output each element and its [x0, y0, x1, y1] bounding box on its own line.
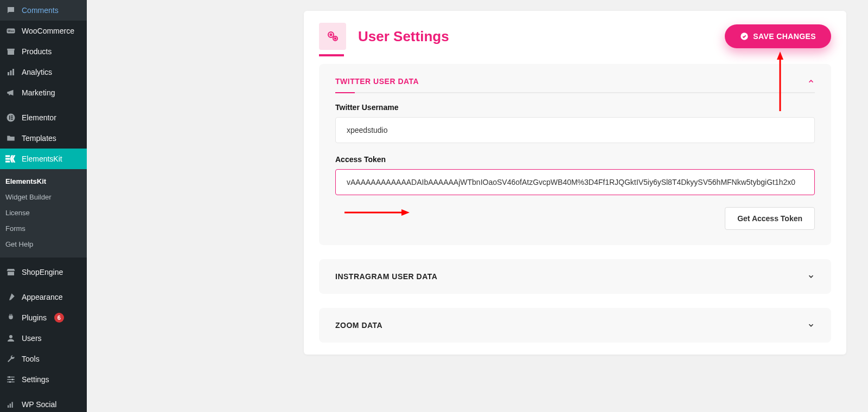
svg-point-30 — [330, 34, 332, 36]
admin-sidebar: CommentsWooWooCommerceProductsAnalyticsM… — [0, 0, 87, 412]
chevron-down-icon — [807, 78, 815, 85]
sidebar-item-elementor[interactable]: Elementor — [0, 107, 87, 128]
svg-point-20 — [12, 379, 14, 381]
update-count-badge: 6 — [54, 313, 64, 323]
svg-rect-5 — [10, 70, 12, 75]
zoom-section-header[interactable]: ZOOM DATA — [319, 308, 831, 343]
sidebar-item-label: ElementsKit — [22, 154, 62, 164]
sidebar-subitem-license[interactable]: License — [0, 205, 87, 221]
twitter-section-title: TWITTER USER DATA — [335, 77, 419, 86]
sidebar-item-label: Analytics — [22, 68, 52, 77]
sidebar-item-settings[interactable]: Settings — [0, 369, 87, 390]
svg-rect-22 — [8, 405, 9, 408]
sidebar-item-label: Users — [22, 334, 42, 343]
access-token-group: Access Token — [335, 155, 815, 195]
svg-rect-8 — [9, 115, 10, 120]
sidebar-subitem-widget-builder[interactable]: Widget Builder — [0, 189, 87, 205]
sidebar-item-marketing[interactable]: Marketing — [0, 82, 87, 103]
svg-rect-16 — [7, 377, 15, 378]
sidebar-item-label: ShopEngine — [22, 268, 63, 277]
access-token-label: Access Token — [335, 155, 815, 164]
zoom-data-section: ZOOM DATA — [319, 308, 831, 343]
get-access-token-button[interactable]: Get Access Token — [725, 207, 815, 230]
sidebar-item-products[interactable]: Products — [0, 41, 87, 62]
zoom-section-title: ZOOM DATA — [335, 321, 382, 330]
sidebar-item-appearance[interactable]: Appearance — [0, 287, 87, 307]
sidebar-item-comments[interactable]: Comments — [0, 0, 87, 21]
sidebar-item-users[interactable]: Users — [0, 328, 87, 349]
svg-point-32 — [335, 38, 336, 39]
svg-point-29 — [328, 32, 334, 37]
sidebar-item-label: WP Social — [22, 400, 56, 409]
woo-icon: Woo — [5, 25, 16, 36]
sliders-icon — [5, 374, 16, 385]
ek-icon — [5, 153, 16, 164]
sidebar-subitem-get-help[interactable]: Get Help — [0, 236, 87, 252]
svg-rect-13 — [5, 158, 10, 159]
plug-icon — [5, 312, 16, 323]
settings-header: User Settings SAVE CHANGES — [319, 23, 831, 50]
save-changes-label: SAVE CHANGES — [753, 32, 816, 41]
chevron-down-icon — [807, 321, 815, 329]
twitter-username-input[interactable] — [335, 117, 815, 143]
twitter-section-header[interactable]: TWITTER USER DATA — [319, 64, 831, 92]
sidebar-item-label: Plugins — [22, 313, 47, 323]
svg-point-19 — [9, 376, 10, 378]
sidebar-item-wpsocial[interactable]: WP Social — [0, 394, 87, 412]
instagram-section-header[interactable]: INSTRAGRAM USER DATA — [319, 259, 831, 294]
svg-rect-23 — [10, 404, 11, 408]
twitter-username-label: Twitter Username — [335, 103, 815, 112]
svg-rect-4 — [8, 72, 9, 75]
sidebar-item-label: WooCommerce — [22, 27, 74, 36]
sidebar-item-tools[interactable]: Tools — [0, 349, 87, 369]
bars-icon — [5, 399, 16, 410]
svg-rect-2 — [7, 49, 15, 50]
sidebar-item-plugins[interactable]: Plugins6 — [0, 307, 87, 328]
svg-rect-3 — [8, 50, 14, 55]
sidebar-item-elementskit[interactable]: ElementsKit — [0, 149, 87, 169]
svg-rect-14 — [5, 160, 10, 162]
section-divider — [335, 92, 815, 93]
sidebar-item-label: Templates — [22, 134, 56, 143]
archive-icon — [5, 46, 16, 57]
comment-icon — [5, 5, 16, 16]
sidebar-item-label: Products — [22, 47, 52, 56]
chevron-down-icon — [807, 273, 815, 280]
svg-rect-6 — [12, 69, 14, 75]
sidebar-subitem-elementskit[interactable]: ElementsKit — [0, 173, 87, 189]
content-area: User Settings SAVE CHANGES TWITTER USER … — [87, 0, 868, 412]
check-circle-icon — [740, 32, 749, 41]
svg-point-31 — [333, 36, 337, 41]
megaphone-icon — [5, 87, 16, 98]
instagram-section-title: INSTRAGRAM USER DATA — [335, 272, 437, 281]
save-changes-button[interactable]: SAVE CHANGES — [725, 24, 831, 48]
twitter-username-group: Twitter Username — [335, 103, 815, 143]
svg-rect-17 — [7, 379, 15, 380]
sidebar-item-label: Elementor — [22, 113, 56, 123]
sidebar-item-label: Comments — [22, 6, 59, 15]
sidebar-item-label: Settings — [22, 375, 49, 384]
settings-icon — [319, 23, 346, 50]
sidebar-item-templates[interactable]: Templates — [0, 128, 87, 149]
brush-icon — [5, 292, 16, 302]
user-icon — [5, 333, 16, 344]
store-icon — [5, 267, 16, 278]
sidebar-item-shopengine[interactable]: ShopEngine — [0, 262, 87, 282]
svg-text:Woo: Woo — [8, 29, 14, 33]
sidebar-item-woocommerce[interactable]: WooWooCommerce — [0, 21, 87, 41]
settings-panel: User Settings SAVE CHANGES TWITTER USER … — [304, 11, 846, 355]
sidebar-item-analytics[interactable]: Analytics — [0, 62, 87, 82]
folder-icon — [5, 133, 16, 144]
access-token-input[interactable] — [335, 169, 815, 195]
get-access-token-label: Get Access Token — [737, 214, 802, 223]
svg-rect-12 — [5, 155, 10, 157]
sidebar-subitem-forms[interactable]: Forms — [0, 221, 87, 236]
sidebar-item-label: Appearance — [22, 293, 63, 302]
svg-point-21 — [9, 381, 11, 383]
svg-rect-10 — [11, 117, 13, 118]
sidebar-submenu: ElementsKitWidget BuilderLicenseFormsGet… — [0, 169, 87, 258]
chart-icon — [5, 67, 16, 78]
wrench-icon — [5, 353, 16, 364]
instagram-user-data-section: INSTRAGRAM USER DATA — [319, 259, 831, 294]
sidebar-item-label: Tools — [22, 355, 40, 364]
